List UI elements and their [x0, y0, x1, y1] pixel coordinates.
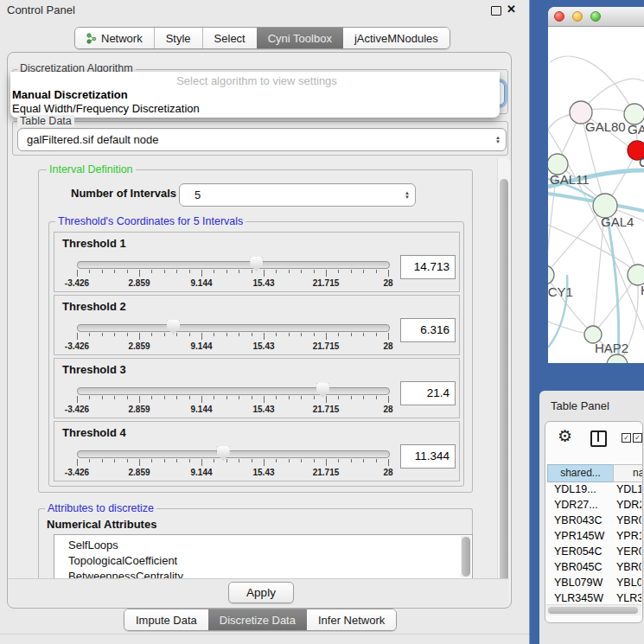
cell-shared-name[interactable]: YPR145W [554, 528, 604, 544]
tab-label: Impute Data [136, 614, 197, 627]
cell-name[interactable]: YBR0 [616, 559, 641, 575]
checkbox-icon[interactable]: ✓ [622, 433, 631, 443]
tab-label: Style [166, 32, 191, 45]
attributes-scrollbar-thumb[interactable] [462, 537, 470, 577]
popup-option-equal-width[interactable]: Equal Width/Frequency Discretization [12, 102, 200, 115]
network-view-window: GAL80GACGAL11GAL4GCY1HHAP2 [548, 7, 644, 363]
table-panel-window: Table Panel ⚙ ✓ ✓ shared... na YDL19...Y… [539, 391, 644, 644]
cell-name[interactable]: YDR2 [616, 497, 641, 513]
threshold-slider[interactable]: -3.4262.8599.14415.4321.71528 [77, 446, 388, 477]
float-window-icon[interactable] [491, 6, 501, 16]
slider-track[interactable] [77, 261, 390, 269]
zoom-traffic-light-icon[interactable] [590, 11, 601, 22]
popup-option-manual-discretization[interactable]: Manual Discretization [12, 88, 128, 101]
slider-tick-labels: -3.4262.8599.14415.4321.71528 [77, 405, 388, 414]
cell-shared-name[interactable]: YBL079W [554, 575, 603, 590]
network-window-titlebar[interactable] [548, 7, 644, 27]
network-node-label: H [641, 283, 644, 297]
number-of-intervals-label: Number of Intervals [71, 187, 176, 200]
slider-track[interactable] [77, 387, 390, 395]
threshold-1-panel: Threshold 1 -3.4262.8599.14415.4321.7152… [54, 232, 460, 292]
tab-network[interactable]: Network [75, 28, 154, 48]
threshold-value-field[interactable]: 21.4 [400, 381, 456, 405]
table-row[interactable]: YBL079WYBL0 [546, 575, 641, 590]
minimize-traffic-light-icon[interactable] [572, 11, 583, 22]
threshold-value-field[interactable]: 14.713 [400, 255, 456, 279]
network-node[interactable] [548, 265, 554, 284]
cell-shared-name[interactable]: YER054C [554, 544, 603, 559]
slider-ticks [77, 459, 388, 467]
threshold-label: Threshold 3 [62, 363, 126, 376]
cell-shared-name[interactable]: YDR27... [554, 497, 598, 513]
tab-cyni-toolbox[interactable]: Cyni Toolbox [257, 28, 343, 48]
numerical-attributes-list[interactable]: SelfLoopsTopologicalCoefficientBetweenne… [54, 534, 473, 579]
cell-shared-name[interactable]: YBR043C [554, 513, 603, 528]
table-row[interactable]: YBR045CYBR0 [546, 559, 641, 575]
threshold-value-field[interactable]: 6.316 [400, 318, 456, 342]
tab-discretize-data[interactable]: Discretize Data [208, 609, 307, 630]
threshold-slider[interactable]: -3.4262.8599.14415.4321.71528 [77, 383, 388, 414]
table-row[interactable]: YPR145WYPR1 [546, 528, 641, 544]
cell-name[interactable]: YPR1 [616, 528, 641, 544]
attribute-item[interactable]: TopologicalCoefficient [54, 553, 472, 569]
algorithm-popup-hint: Select algorithm to view settings [114, 74, 399, 87]
close-icon[interactable]: ✕ [507, 3, 516, 16]
apply-button[interactable]: Apply [228, 582, 294, 603]
tab-infer-network[interactable]: Infer Network [307, 609, 396, 630]
threshold-slider[interactable]: -3.4262.8599.14415.4321.71528 [77, 320, 388, 351]
threshold-2-panel: Threshold 2 -3.4262.8599.14415.4321.7152… [54, 295, 460, 355]
network-node-label: GAL4 [601, 214, 634, 229]
table-data-combobox-value: galFiltered.sif default node [18, 133, 490, 146]
threshold-label: Threshold 4 [62, 426, 126, 439]
threshold-slider[interactable]: -3.4262.8599.14415.4321.71528 [77, 257, 388, 288]
cell-name[interactable]: YBR0 [616, 513, 641, 528]
network-node[interactable] [607, 354, 628, 363]
table-header: shared... na [546, 464, 641, 481]
table-row[interactable]: YDR27...YDR2 [546, 497, 641, 513]
cell-shared-name[interactable]: YBR045C [554, 559, 603, 575]
bottom-tab-bar: Impute Data Discretize Data Infer Networ… [124, 609, 397, 631]
table-row[interactable]: YBR043CYBR0 [546, 513, 641, 528]
network-node-label: GCY1 [548, 284, 573, 299]
column-header-name[interactable]: na [613, 464, 643, 482]
table-row[interactable]: YDL19...YDL1 [546, 481, 641, 497]
algorithm-dropdown-popup: Select algorithm to view settings Manual… [10, 72, 500, 118]
table-row[interactable]: YER054CYER0 [546, 544, 641, 559]
main-scrollbar-thumb[interactable] [500, 179, 508, 582]
cell-name[interactable]: YER0 [616, 544, 641, 559]
split-columns-icon[interactable] [590, 430, 607, 447]
close-traffic-light-icon[interactable] [554, 11, 564, 22]
attributes-scrollbar[interactable] [461, 536, 471, 577]
tab-select[interactable]: Select [202, 28, 257, 48]
tab-jactivemnodules[interactable]: jActiveMNodules [343, 28, 450, 48]
number-of-intervals-combobox[interactable]: 5 ▲▼ [179, 183, 416, 207]
attribute-item[interactable]: SelfLoops [54, 538, 472, 553]
column-header-shared-name[interactable]: shared... [547, 464, 614, 482]
thresholds-group-title: Threshold's Coordinates for 5 Intervals [55, 215, 245, 227]
cell-shared-name[interactable]: YDL19... [554, 481, 596, 497]
gear-icon[interactable]: ⚙ [558, 426, 572, 446]
table-h-scrollbar[interactable] [546, 604, 641, 615]
threshold-4-panel: Threshold 4 -3.4262.8599.14415.4321.7152… [54, 421, 460, 481]
tab-style[interactable]: Style [154, 28, 202, 48]
threshold-3-panel: Threshold 3 -3.4262.8599.14415.4321.7152… [54, 358, 460, 418]
window-title: Control Panel [7, 3, 75, 16]
tab-label: Select [214, 32, 245, 45]
table-data-combobox[interactable]: galFiltered.sif default node ▲▼ [17, 128, 507, 151]
slider-track[interactable] [77, 450, 390, 458]
network-graph[interactable]: GAL80GACGAL11GAL4GCY1HHAP2 [548, 26, 644, 363]
slider-track[interactable] [77, 324, 390, 332]
checkbox-icon[interactable]: ✓ [633, 433, 642, 443]
cell-name[interactable]: YBL0 [616, 575, 641, 590]
threshold-value-field[interactable]: 11.344 [400, 444, 456, 469]
cell-name[interactable]: YDL1 [616, 481, 641, 497]
slider-tick-labels: -3.4262.8599.14415.4321.71528 [77, 278, 388, 288]
tab-impute-data[interactable]: Impute Data [124, 609, 208, 630]
combo-stepper-icon[interactable]: ▲▼ [399, 191, 415, 200]
attributes-group-title: Attributes to discretize [45, 502, 156, 514]
slider-tick-labels: -3.4262.8599.14415.4321.71528 [77, 468, 388, 477]
table-h-scrollbar-thumb[interactable] [548, 607, 638, 614]
tab-label: Cyni Toolbox [268, 32, 332, 45]
combo-stepper-icon[interactable]: ▲▼ [490, 136, 506, 144]
main-scrollbar[interactable] [497, 158, 511, 603]
